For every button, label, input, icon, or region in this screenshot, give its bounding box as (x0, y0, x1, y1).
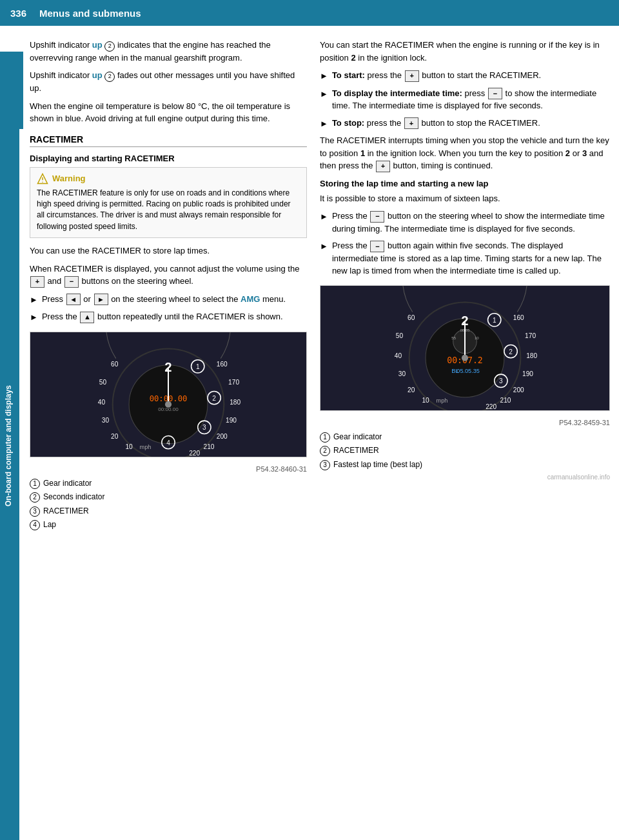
warning-text: The RACETIMER feature is only for use on… (37, 188, 300, 233)
svg-text:mph: mph (437, 397, 448, 404)
s-arrow-2: ► (320, 240, 328, 277)
storing-bullet-2: ► Press the − button again within five s… (320, 239, 610, 277)
svg-text:60: 60 (111, 360, 119, 367)
svg-text:200: 200 (217, 432, 228, 439)
right-bullet-2: ► To display the intermediate time: pres… (320, 87, 610, 112)
svg-text:190: 190 (522, 370, 533, 377)
cap-text-2: Seconds indicator (43, 490, 104, 505)
right-body-p1: The RACETIMER interrupts timing when you… (320, 134, 610, 172)
svg-text:60: 60 (408, 314, 415, 321)
storing-intro: It is possible to store a maximum of six… (320, 192, 610, 205)
r-cap-text-2: RACETIMER (333, 444, 379, 458)
r-minus-btn-1: − (488, 88, 502, 99)
r-cap-row-2: 2 RACETIMER (320, 444, 610, 458)
cap-text-1: Gear indicator (43, 477, 92, 491)
left-btn: ◄ (66, 294, 81, 305)
svg-text:1: 1 (493, 317, 496, 324)
cap-text-4: Lap (43, 518, 56, 532)
right-column: You can start the RACETIMER when the eng… (320, 39, 610, 532)
r-arrow-2: ► (320, 88, 328, 112)
right-bullet-3: ► To stop: press the + button to stop th… (320, 117, 610, 130)
circle-2: 2 (104, 41, 115, 52)
pos-1: 1 (360, 148, 365, 158)
to-display-label: To display the intermediate time: (332, 88, 462, 98)
right-intro-p1: You can start the RACETIMER when the eng… (320, 39, 610, 64)
svg-text:05.05.35: 05.05.35 (457, 368, 480, 374)
svg-point-31 (165, 401, 172, 407)
svg-text:20: 20 (408, 386, 415, 393)
svg-text:10: 10 (422, 397, 429, 404)
cap-row-3: 3 RACETIMER (30, 505, 307, 519)
circle-2b: 2 (104, 72, 115, 82)
svg-text:3: 3 (202, 424, 206, 431)
to-stop-label: To stop: (332, 118, 364, 128)
r-arrow-1: ► (320, 70, 328, 83)
body-p1: You can use the RACETIMER to store lap t… (30, 245, 307, 257)
svg-text:mph: mph (140, 443, 152, 450)
s-bullet-text-1: Press the − button on the steering wheel… (332, 210, 610, 235)
r-bullet-text-3: To stop: press the + button to stop the … (332, 117, 610, 130)
figure2-container: 60 50 40 30 20 10 160 170 180 190 200 21… (320, 285, 610, 472)
intro-p1: Upshift indicator up 2 indicates that th… (30, 39, 307, 64)
arrow-icon-2: ► (30, 311, 38, 324)
svg-text:220: 220 (189, 450, 200, 457)
svg-text:200: 200 (513, 386, 524, 393)
main-content: Upshift indicator up 2 indicates that th… (23, 26, 619, 545)
r-cap-num-1: 1 (320, 432, 330, 443)
r-plus-btn-1: + (405, 70, 419, 82)
r-cap-num-2: 2 (320, 446, 330, 456)
svg-text:50: 50 (99, 379, 107, 386)
r-bullet-text-1: To start: press the + button to start th… (332, 69, 610, 83)
svg-text:180: 180 (230, 398, 241, 405)
svg-text:210: 210 (500, 397, 511, 404)
svg-text:190: 190 (226, 417, 237, 424)
svg-point-63 (462, 354, 468, 361)
r-arrow-3: ► (320, 117, 328, 130)
racetimer-title: RACETIMER (30, 134, 307, 147)
warning-box: Warning The RACETIMER feature is only fo… (30, 167, 307, 239)
svg-text:2: 2 (212, 394, 216, 401)
right-bullet-1: ► To start: press the + button to start … (320, 69, 610, 83)
displaying-title: Displaying and starting RACETIMER (30, 154, 307, 163)
svg-text:30: 30 (102, 417, 110, 424)
svg-text:40: 40 (395, 352, 402, 359)
svg-text:3: 3 (499, 377, 503, 385)
svg-text:10: 10 (125, 443, 133, 450)
svg-text:160: 160 (217, 360, 228, 367)
r-cap-row-1: 1 Gear indicator (320, 430, 610, 445)
plus-btn: + (30, 276, 44, 288)
figure2-caption-list: 1 Gear indicator 2 RACETIMER 3 Fastest l… (320, 430, 610, 472)
storing-title: Storing the lap time and starting a new … (320, 179, 610, 188)
svg-point-2 (42, 181, 43, 183)
sidebar-accent (19, 52, 23, 129)
r-cap-text-1: Gear indicator (333, 430, 382, 445)
cap-row-2: 2 Seconds indicator (30, 490, 307, 505)
bullet-1: ► Press ◄ or ► on the steering wheel to … (30, 293, 307, 306)
bullet-text-1: Press ◄ or ► on the steering wheel to se… (42, 293, 307, 306)
arrow-icon-1: ► (30, 294, 38, 306)
storing-bullet-1: ► Press the − button on the steering whe… (320, 210, 610, 235)
r-cap-text-3: Fastest lap time (best lap) (333, 458, 422, 472)
minus-btn: − (64, 276, 79, 288)
figure1-caption: P54.32-8460-31 (30, 465, 307, 473)
s-minus-btn-1: − (370, 211, 384, 223)
amg-label: AMG (241, 294, 260, 304)
svg-text:40: 40 (98, 398, 106, 405)
cap-num-1: 1 (30, 479, 40, 489)
s-arrow-1: ► (320, 210, 328, 235)
figure1-image: 60 50 40 30 20 10 160 170 180 190 200 21… (30, 332, 307, 457)
cap-text-3: RACETIMER (43, 505, 89, 519)
s-minus-btn-2: − (370, 241, 384, 252)
body-p2: When RACETIMER is displayed, you cannot … (30, 263, 307, 288)
bullet-text-2: Press the ▲ button repeatedly until the … (42, 310, 307, 324)
pos-3: 3 (582, 148, 587, 158)
svg-text:180: 180 (526, 352, 537, 359)
r-plus-btn-2: + (404, 117, 418, 129)
figure1-caption-list: 1 Gear indicator 2 Seconds indicator 3 R… (30, 477, 307, 532)
right-btn: ► (94, 294, 108, 305)
sidebar-label: On-board computer and displays (0, 52, 19, 840)
cap-num-4: 4 (30, 520, 40, 530)
svg-text:170: 170 (525, 332, 536, 339)
page-number: 336 (10, 8, 26, 19)
warning-title: Warning (52, 174, 86, 183)
